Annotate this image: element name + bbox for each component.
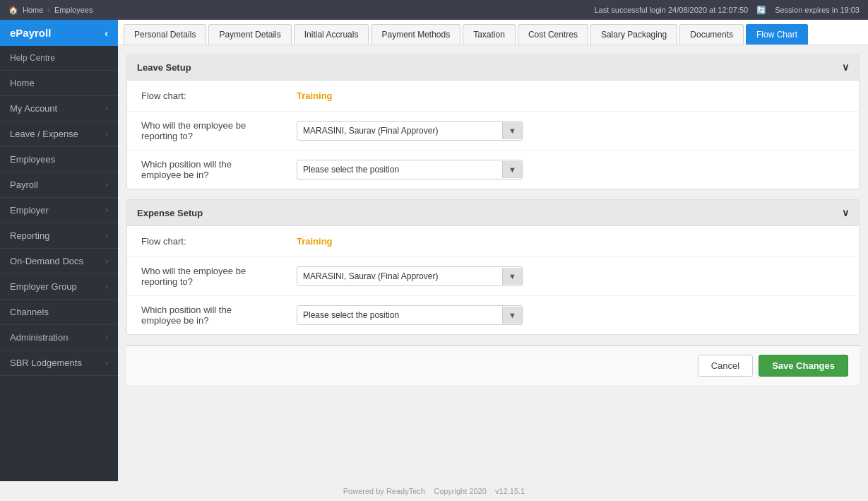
leave-setup-title: Leave Setup bbox=[137, 62, 191, 73]
expense-reporting-label: Who will the employee bereporting to? bbox=[141, 266, 297, 287]
sidebar-item-label: Channels bbox=[10, 307, 49, 317]
home-icon: 🏠 bbox=[8, 6, 18, 15]
breadcrumb: 🏠 Home › Employees bbox=[8, 6, 93, 15]
chevron-icon: › bbox=[106, 206, 108, 214]
leave-position-select-arrow[interactable]: ▼ bbox=[502, 161, 522, 178]
chevron-icon: › bbox=[106, 130, 108, 138]
leave-flow-chart-label: Flow chart: bbox=[141, 90, 297, 101]
expense-position-select-wrap[interactable]: Please select the position ▼ bbox=[297, 305, 523, 325]
brand-label: ePayroll bbox=[10, 27, 51, 39]
chevron-icon: › bbox=[106, 105, 108, 112]
expense-reporting-select[interactable]: MARASINI, Saurav (Final Approver) bbox=[297, 267, 502, 285]
leave-reporting-label: Who will the employee bereporting to? bbox=[141, 120, 297, 141]
leave-setup-body: Flow chart: Training Who will the employ… bbox=[127, 81, 859, 189]
cancel-button[interactable]: Cancel bbox=[698, 355, 753, 377]
sidebar-item-payroll[interactable]: Payroll › bbox=[0, 172, 118, 198]
leave-reporting-select-wrap[interactable]: MARASINI, Saurav (Final Approver) ▼ bbox=[297, 121, 523, 141]
expense-reporting-select-wrap[interactable]: MARASINI, Saurav (Final Approver) ▼ bbox=[297, 266, 523, 286]
sidebar-item-employees[interactable]: Employees bbox=[0, 147, 118, 172]
sidebar: ePayroll ‹ Help Centre Home My Account ›… bbox=[0, 20, 118, 481]
expense-flow-chart-label: Flow chart: bbox=[141, 236, 297, 247]
chevron-icon: › bbox=[106, 257, 108, 265]
session-expires-icon: 🔄 bbox=[756, 6, 766, 15]
tab-payment-details[interactable]: Payment Details bbox=[208, 24, 291, 45]
sidebar-item-channels[interactable]: Channels bbox=[0, 300, 118, 325]
leave-position-row: Which position will theemployee be in? P… bbox=[127, 151, 859, 189]
sidebar-item-employer[interactable]: Employer › bbox=[0, 198, 118, 223]
sidebar-help: Help Centre bbox=[0, 46, 118, 71]
form-action-bar: Cancel Save Changes bbox=[126, 346, 860, 385]
brand-chevron-icon: ‹ bbox=[105, 28, 108, 39]
tabs-bar: Personal Details Payment Details Initial… bbox=[118, 20, 868, 45]
save-changes-button[interactable]: Save Changes bbox=[759, 355, 848, 377]
expense-reporting-row: Who will the employee bereporting to? MA… bbox=[127, 257, 859, 296]
expense-flow-chart-row: Flow chart: Training bbox=[127, 226, 859, 257]
expense-position-row: Which position will theemployee be in? P… bbox=[127, 296, 859, 334]
breadcrumb-home[interactable]: Home bbox=[23, 6, 43, 14]
form-footer: Cancel Save Changes bbox=[126, 345, 860, 385]
sidebar-item-administration[interactable]: Administration › bbox=[0, 325, 118, 350]
sidebar-item-label: Employer bbox=[10, 205, 49, 216]
main-content: Personal Details Payment Details Initial… bbox=[118, 20, 868, 481]
content-area: Leave Setup ∨ Flow chart: Training Who w… bbox=[118, 45, 868, 481]
sidebar-item-label: Reporting bbox=[10, 230, 49, 241]
sidebar-item-home[interactable]: Home bbox=[0, 71, 118, 96]
last-login-text: Last successful login 24/08/2020 at 12:0… bbox=[594, 6, 748, 14]
breadcrumb-sep: › bbox=[47, 6, 50, 14]
session-info: Last successful login 24/08/2020 at 12:0… bbox=[594, 6, 860, 15]
top-bar: 🏠 Home › Employees Last successful login… bbox=[0, 0, 868, 20]
leave-position-select-wrap[interactable]: Please select the position ▼ bbox=[297, 160, 523, 179]
tab-personal-details[interactable]: Personal Details bbox=[124, 24, 206, 45]
leave-setup-section: Leave Setup ∨ Flow chart: Training Who w… bbox=[126, 54, 860, 189]
leave-setup-header: Leave Setup ∨ bbox=[127, 54, 859, 81]
sidebar-item-leave-expense[interactable]: Leave / Expense › bbox=[0, 122, 118, 147]
leave-flow-chart-row: Flow chart: Training bbox=[127, 81, 859, 112]
expense-reporting-select-arrow[interactable]: ▼ bbox=[502, 268, 522, 285]
leave-flow-chart-value: Training bbox=[297, 90, 333, 101]
chevron-icon: › bbox=[106, 359, 108, 367]
sidebar-item-my-account[interactable]: My Account › bbox=[0, 96, 118, 122]
tab-cost-centres[interactable]: Cost Centres bbox=[518, 24, 588, 45]
tab-salary-packaging[interactable]: Salary Packaging bbox=[590, 24, 677, 45]
sidebar-item-label: SBR Lodgements bbox=[10, 358, 82, 368]
tab-documents[interactable]: Documents bbox=[679, 24, 744, 45]
leave-reporting-select-arrow[interactable]: ▼ bbox=[502, 122, 522, 139]
leave-position-select[interactable]: Please select the position bbox=[297, 160, 502, 179]
sidebar-item-label: Payroll bbox=[10, 179, 38, 190]
version: v12.15.1 bbox=[495, 487, 525, 495]
expense-position-select[interactable]: Please select the position bbox=[297, 306, 502, 324]
page-footer: Powered by ReadyTech Copyright 2020 v12.… bbox=[0, 481, 868, 501]
sidebar-item-employer-group[interactable]: Employer Group › bbox=[0, 274, 118, 300]
sidebar-item-on-demand-docs[interactable]: On-Demand Docs › bbox=[0, 249, 118, 274]
breadcrumb-page: Employees bbox=[54, 6, 93, 14]
powered-by: Powered by ReadyTech bbox=[343, 487, 425, 495]
leave-reporting-select[interactable]: MARASINI, Saurav (Final Approver) bbox=[297, 122, 502, 140]
tab-initial-accruals[interactable]: Initial Accruals bbox=[294, 24, 369, 45]
sidebar-item-label: On-Demand Docs bbox=[10, 256, 83, 266]
sidebar-item-label: Administration bbox=[10, 332, 68, 343]
chevron-icon: › bbox=[106, 181, 108, 189]
expense-position-label: Which position will theemployee be in? bbox=[141, 305, 297, 326]
expense-setup-section: Expense Setup ∨ Flow chart: Training Who… bbox=[126, 199, 860, 335]
sidebar-item-label: Leave / Expense bbox=[10, 129, 78, 139]
sidebar-item-sbr-lodgements[interactable]: SBR Lodgements › bbox=[0, 350, 118, 376]
leave-reporting-row: Who will the employee bereporting to? MA… bbox=[127, 112, 859, 151]
expense-position-select-arrow[interactable]: ▼ bbox=[502, 307, 522, 324]
collapse-icon[interactable]: ∨ bbox=[842, 207, 849, 218]
sidebar-brand: ePayroll ‹ bbox=[0, 20, 118, 46]
chevron-icon: › bbox=[106, 232, 108, 240]
copyright: Copyright 2020 bbox=[434, 487, 487, 495]
sidebar-item-reporting[interactable]: Reporting › bbox=[0, 223, 118, 249]
collapse-icon[interactable]: ∨ bbox=[842, 61, 849, 73]
tab-payment-methods[interactable]: Payment Methods bbox=[371, 24, 460, 45]
chevron-icon: › bbox=[106, 283, 108, 290]
sidebar-item-label: My Account bbox=[10, 103, 57, 114]
sidebar-item-label: Employer Group bbox=[10, 281, 77, 292]
expense-setup-body: Flow chart: Training Who will the employ… bbox=[127, 226, 859, 334]
sidebar-item-label: Employees bbox=[10, 154, 55, 165]
tab-flow-chart[interactable]: Flow Chart bbox=[746, 24, 808, 45]
session-expires-text: Session expires in 19:03 bbox=[775, 6, 860, 14]
tab-taxation[interactable]: Taxation bbox=[463, 24, 516, 45]
expense-setup-header: Expense Setup ∨ bbox=[127, 200, 859, 226]
sidebar-item-label: Home bbox=[10, 78, 35, 88]
